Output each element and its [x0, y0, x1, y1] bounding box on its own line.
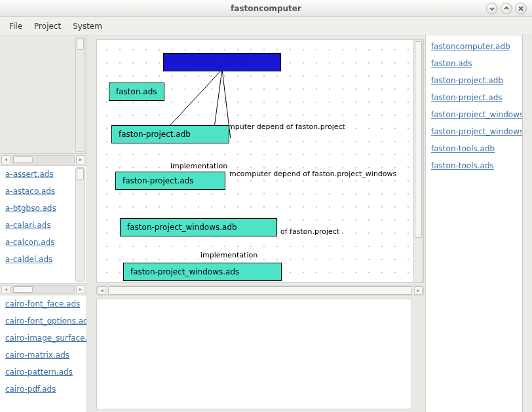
list-item[interactable]: cairo-pdf.ads [0, 381, 86, 398]
window-title: fastoncomputer [0, 4, 532, 13]
list-item[interactable]: a-astaco.ads [0, 183, 86, 200]
right-vscroll[interactable] [522, 35, 532, 412]
window-buttons [486, 3, 527, 14]
node-label: fastoncomputer.adb [170, 58, 250, 67]
list-item[interactable]: a-btgbso.ads [0, 200, 86, 217]
diagram-node[interactable]: faston-project_windows.adb [120, 218, 277, 236]
edge-label: implementation [170, 162, 227, 170]
list-item[interactable]: cairo-font_face.ads [0, 295, 86, 312]
left-panel-b: cairo-font_face.ads cairo-font_options.a… [0, 295, 86, 412]
scroll-left-icon[interactable]: ◂ [98, 286, 106, 295]
left-panel-top [0, 35, 86, 153]
diagram-node[interactable]: faston.ads [109, 83, 164, 101]
right-column: fastoncomputer.adb faston.ads faston-pro… [425, 35, 532, 412]
node-label: faston-project_windows.ads [130, 267, 239, 276]
list-item[interactable]: faston-project.ads [426, 89, 522, 106]
list-item[interactable]: fastoncomputer.adb [426, 38, 522, 55]
left-column: ◂ ▸ a-assert.ads a-astaco.ads a-btgbso.a… [0, 35, 87, 412]
dot-grid [97, 40, 423, 282]
minimize-button[interactable] [486, 3, 498, 14]
maximize-button[interactable] [501, 3, 512, 14]
list-item[interactable]: faston-project.adb [426, 72, 522, 89]
edge-label: of faston.project [280, 227, 339, 236]
scroll-right-icon[interactable]: ▸ [414, 286, 423, 295]
list-item[interactable]: a-calari.ads [0, 217, 86, 234]
list-item[interactable]: cairo-matrix.ads [0, 346, 86, 364]
window-titlebar: fastoncomputer [0, 0, 532, 17]
diagram-node[interactable]: faston-project.adb [111, 125, 229, 143]
edge-label: mputer depend of faston.project [228, 122, 345, 131]
diagram-area: fastoncomputer.adb faston.ads faston-pro… [87, 35, 425, 412]
diagram-node[interactable]: faston-project.ads [115, 172, 225, 190]
list-item[interactable]: a-assert.ads [0, 166, 86, 183]
list-item[interactable]: a-caldel.ads [0, 251, 86, 268]
diagram-node-root[interactable]: fastoncomputer.adb [163, 53, 281, 71]
list-item[interactable]: cairo-image_surface.ads [0, 329, 86, 346]
node-label: faston-project.ads [123, 176, 194, 185]
list-item[interactable]: cairo-font_options.ads [0, 312, 86, 329]
left-a-vscroll[interactable] [75, 167, 85, 282]
node-label: faston.ads [116, 87, 157, 96]
scroll-left-icon[interactable]: ◂ [1, 285, 10, 294]
right-file-list: fastoncomputer.adb faston.ads faston-pro… [426, 35, 522, 412]
list-item[interactable]: faston-project_windows.adb [426, 106, 522, 123]
left-top-hscroll[interactable]: ◂ ▸ [0, 153, 86, 165]
list-item[interactable]: faston-tools.adb [426, 140, 522, 157]
bottom-panel [96, 299, 412, 409]
scroll-right-icon[interactable]: ▸ [76, 155, 85, 164]
menu-system[interactable]: System [67, 19, 107, 33]
left-a-hscroll[interactable]: ◂ ▸ [0, 283, 86, 295]
canvas-vscroll[interactable] [413, 39, 423, 283]
scroll-right-icon[interactable]: ▸ [76, 285, 85, 294]
canvas-hscroll[interactable]: ◂ ▸ [96, 286, 424, 295]
scroll-left-icon[interactable]: ◂ [1, 155, 10, 164]
left-panel-a: a-assert.ads a-astaco.ads a-btgbso.ads a… [0, 165, 86, 283]
left-top-vscroll[interactable] [75, 37, 85, 152]
list-item[interactable]: faston-project_windows.ads [426, 123, 522, 140]
list-item[interactable]: faston-tools.ads [426, 157, 522, 174]
menu-file[interactable]: File [4, 19, 28, 33]
node-label: faston-project.adb [119, 130, 191, 139]
content-area: ◂ ▸ a-assert.ads a-astaco.ads a-btgbso.a… [0, 35, 532, 412]
menu-bar: File Project System [0, 17, 532, 35]
close-button[interactable] [515, 3, 527, 14]
diagram-node[interactable]: faston-project_windows.ads [123, 263, 282, 281]
menu-project[interactable]: Project [29, 19, 66, 33]
node-label: faston-project_windows.adb [127, 223, 237, 232]
list-item[interactable]: a-calcon.ads [0, 234, 86, 251]
center-column: fastoncomputer.adb faston.ads faston-pro… [87, 35, 425, 412]
list-item[interactable]: cairo-pattern.ads [0, 364, 86, 381]
edge-label: implementation [200, 251, 257, 259]
diagram-canvas[interactable]: fastoncomputer.adb faston.ads faston-pro… [96, 39, 424, 283]
list-item[interactable]: faston.ads [426, 55, 522, 72]
edge-label: mcomputer depend of faston.project_windo… [229, 170, 396, 178]
